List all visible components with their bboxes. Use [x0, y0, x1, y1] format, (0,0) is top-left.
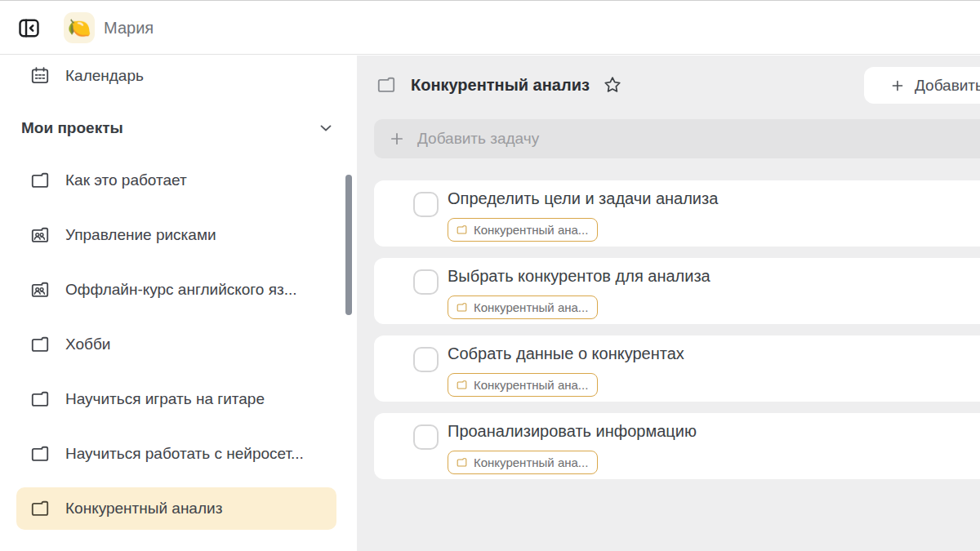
app-window: 🍋 Мария Календарь Мои проекты Как это ра… — [0, 0, 980, 551]
task-project-tag-label: Конкурентный ана... — [474, 455, 588, 469]
folder-icon — [456, 379, 468, 391]
task-row[interactable]: Выбрать конкурентов для анализа Конкурен… — [374, 258, 980, 324]
task-project-tag-label: Конкурентный ана... — [474, 378, 588, 392]
folder-icon — [456, 301, 468, 313]
folder-icon — [29, 170, 51, 191]
project-label: Конкурентный анализ — [65, 500, 222, 518]
folder-icon — [29, 334, 51, 355]
sidebar-scrollbar[interactable] — [345, 175, 352, 315]
sidebar-project-hobbi[interactable]: Хобби — [16, 323, 336, 366]
top-bar: 🍋 Мария — [0, 0, 980, 55]
collapse-sidebar-icon — [16, 16, 42, 41]
task-checkbox[interactable] — [413, 269, 439, 295]
folder-icon — [456, 456, 468, 469]
page-title: Конкурентный анализ — [411, 76, 590, 95]
shared-folder-icon — [29, 279, 51, 300]
add-task-input[interactable]: Добавить задачу — [374, 119, 980, 158]
folder-icon — [29, 389, 51, 410]
task-title: Определить цели и задачи анализа — [448, 189, 718, 208]
sidebar-project-offline-kurs[interactable]: Оффлайн-курс английского яз... — [16, 269, 336, 311]
plus-icon — [889, 78, 906, 94]
add-button[interactable]: Добавить — [864, 67, 980, 104]
sidebar-project-upravlenie-riskami[interactable]: Управление рисками — [16, 214, 336, 256]
plus-icon — [388, 130, 406, 148]
task-row[interactable]: Собрать данные о конкурентах Конкурентны… — [374, 335, 980, 402]
add-button-label: Добавить — [915, 77, 980, 95]
shared-folder-icon — [29, 224, 51, 246]
sidebar-project-gitara[interactable]: Научиться играть на гитаре — [16, 378, 336, 420]
project-label: Научиться работать с нейросет... — [65, 445, 304, 463]
task-project-tag[interactable]: Конкурентный ана... — [448, 451, 598, 474]
project-label: Научиться играть на гитаре — [65, 390, 265, 408]
add-task-placeholder: Добавить задачу — [417, 130, 539, 148]
folder-icon — [456, 224, 468, 236]
sidebar-project-kak-eto-rabotaet[interactable]: Как это работает — [16, 159, 336, 202]
task-row[interactable]: Проанализировать информацию Конкурентный… — [374, 413, 980, 479]
task-checkbox[interactable] — [413, 424, 439, 450]
calendar-icon — [29, 65, 51, 87]
sidebar-project-neiroseti[interactable]: Научиться работать с нейросет... — [16, 433, 336, 475]
project-label: Управление рисками — [65, 226, 216, 244]
folder-icon — [29, 498, 51, 519]
chevron-down-icon[interactable] — [317, 119, 335, 137]
task-project-tag-label: Конкурентный ана... — [474, 223, 588, 237]
sidebar-project-konkurentnyi-analiz[interactable]: Конкурентный анализ — [16, 487, 336, 530]
task-title: Выбрать конкурентов для анализа — [448, 267, 710, 286]
projects-header-label: Мои проекты — [21, 119, 123, 137]
collapse-sidebar-button[interactable] — [16, 16, 42, 41]
avatar[interactable]: 🍋 — [64, 12, 95, 43]
project-label: Хобби — [65, 335, 110, 353]
calendar-label: Календарь — [65, 67, 144, 85]
task-row[interactable]: Определить цели и задачи анализа Конкуре… — [374, 180, 980, 247]
task-title: Проанализировать информацию — [448, 422, 697, 441]
projects-list: Как это работает Управление рисками Оффл… — [16, 159, 336, 542]
sidebar-item-calendar[interactable]: Календарь — [0, 64, 357, 88]
task-project-tag[interactable]: Конкурентный ана... — [448, 295, 598, 319]
task-title: Собрать данные о конкурентах — [448, 344, 684, 363]
folder-icon — [376, 74, 397, 96]
avatar-emoji: 🍋 — [68, 19, 91, 38]
task-project-tag[interactable]: Конкурентный ана... — [448, 218, 598, 242]
folder-icon — [29, 443, 51, 464]
star-outline-icon — [602, 74, 623, 96]
main-panel: Конкурентный анализ Добавить Добавить за… — [357, 56, 980, 551]
sidebar: Календарь Мои проекты Как это работает У… — [0, 56, 357, 551]
project-label: Как это работает — [65, 171, 187, 189]
task-project-tag-label: Конкурентный ана... — [474, 300, 588, 314]
task-project-tag[interactable]: Конкурентный ана... — [448, 373, 598, 397]
projects-section-header[interactable]: Мои проекты — [0, 114, 357, 142]
user-name: Мария — [104, 1, 154, 56]
project-label: Оффлайн-курс английского яз... — [65, 281, 297, 299]
task-checkbox[interactable] — [413, 192, 439, 217]
task-checkbox[interactable] — [413, 347, 439, 372]
favorite-toggle-button[interactable] — [602, 74, 623, 96]
task-list: Определить цели и задачи анализа Конкуре… — [374, 180, 980, 491]
project-header: Конкурентный анализ — [357, 66, 623, 104]
